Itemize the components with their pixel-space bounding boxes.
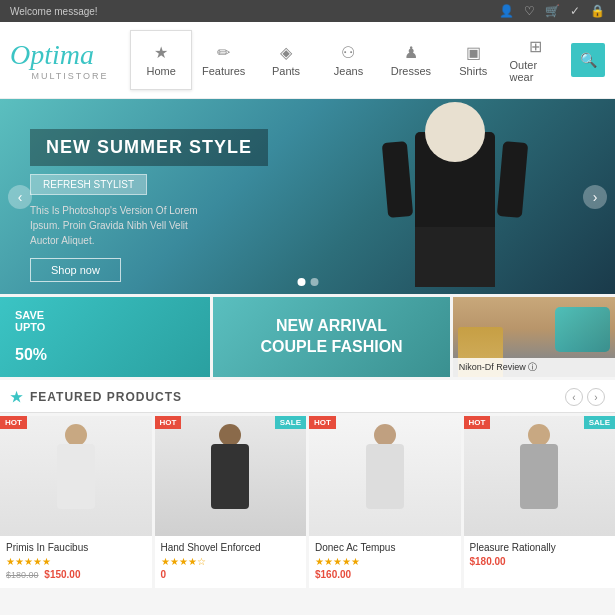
search-icon: 🔍	[580, 52, 597, 68]
product-price-4: $180.00	[470, 556, 610, 567]
welcome-message: Welcome message!	[10, 6, 98, 17]
badge-sale-4: SALE	[584, 416, 615, 429]
hero-slider: NEW SUMMER STYLE REFRESH STYLIST This Is…	[0, 99, 615, 294]
top-bar-icons: 👤 ♡ 🛒 ✓ 🔒	[499, 4, 605, 18]
save-line2: UPTO	[15, 321, 195, 333]
promo-save-banner[interactable]: SAVE UPTO 50%	[0, 297, 210, 377]
product-grid: HOT Primis In Faucibus ★★★★★ $180.00 $15…	[0, 413, 615, 591]
cart-icon[interactable]: 🛒	[545, 4, 560, 18]
product-figure-2	[205, 424, 255, 529]
top-bar: Welcome message! 👤 ♡ 🛒 ✓ 🔒	[0, 0, 615, 22]
new-price-3: $160.00	[315, 569, 351, 580]
refresh-stylist-button[interactable]: REFRESH STYLIST	[30, 174, 147, 195]
featured-next-button[interactable]: ›	[587, 388, 605, 406]
outerwear-icon: ⊞	[529, 37, 542, 56]
jeans-icon: ⚇	[341, 43, 355, 62]
hero-content: NEW SUMMER STYLE REFRESH STYLIST This Is…	[30, 129, 268, 282]
product-info-4: Pleasure Rationally $180.00	[464, 536, 616, 575]
product-info-2: Hand Shovel Enforced ★★★★☆ 0	[155, 536, 307, 588]
wishlist-icon[interactable]: ♡	[524, 4, 535, 18]
promo-couple-banner[interactable]: NEW ARRIVALCOUPLE FASHION	[213, 297, 449, 377]
product-figure-1	[51, 424, 101, 529]
nav-pants[interactable]: ◈ Pants	[255, 30, 317, 90]
product-price-3: $160.00	[315, 569, 455, 580]
product-figure-4	[514, 424, 564, 529]
save-percent: 50%	[15, 333, 195, 365]
lock-icon[interactable]: 🔒	[590, 4, 605, 18]
featured-title: ★ FEATURED PRODUCTS	[10, 389, 182, 405]
search-button[interactable]: 🔍	[571, 43, 605, 77]
badge-hot-3: HOT	[309, 416, 336, 429]
product-stars-3: ★★★★★	[315, 556, 455, 567]
product-figure-3	[360, 424, 410, 529]
product-info-3: Donec Ac Tempus ★★★★★ $160.00	[309, 536, 461, 588]
product-stars-2: ★★★★☆	[161, 556, 301, 567]
logo[interactable]: Optima MULTISTORE	[10, 39, 130, 81]
featured-header: ★ FEATURED PRODUCTS ‹ ›	[0, 380, 615, 413]
slider-dot-2[interactable]	[310, 278, 318, 286]
product-name-4: Pleasure Rationally	[470, 542, 610, 553]
product-card-1: HOT Primis In Faucibus ★★★★★ $180.00 $15…	[0, 416, 152, 588]
slider-next-button[interactable]: ›	[583, 185, 607, 209]
hero-mannequin	[355, 99, 555, 294]
product-name-3: Donec Ac Tempus	[315, 542, 455, 553]
next-arrow-icon: ›	[593, 189, 598, 205]
product-image-3: HOT	[309, 416, 461, 536]
old-price-1: $180.00	[6, 570, 39, 580]
home-icon: ★	[154, 43, 168, 62]
new-price-1: $150.00	[44, 569, 80, 580]
product-image-1: HOT	[0, 416, 152, 536]
featured-nav-arrows: ‹ ›	[565, 388, 605, 406]
product-image-2: SALE HOT	[155, 416, 307, 536]
badge-sale-2: SALE	[275, 416, 306, 429]
prev-arrow-icon: ‹	[18, 189, 23, 205]
nav-jeans-label: Jeans	[334, 65, 363, 77]
user-icon[interactable]: 👤	[499, 4, 514, 18]
header: Optima MULTISTORE ★ Home ✏ Features ◈ Pa…	[0, 22, 615, 99]
product-card-4: HOT SALE Pleasure Rationally $180.00	[464, 416, 616, 588]
product-price-1: $180.00 $150.00	[6, 569, 146, 580]
badge-hot-4: HOT	[464, 416, 491, 429]
product-stars-1: ★★★★★	[6, 556, 146, 567]
nav-shirts-label: Shirts	[459, 65, 487, 77]
logo-text: Optima	[10, 39, 130, 71]
slider-prev-button[interactable]: ‹	[8, 185, 32, 209]
featured-star-icon: ★	[10, 389, 24, 405]
new-price-4: $180.00	[470, 556, 506, 567]
badge-hot-2: HOT	[155, 416, 182, 429]
nav-shirts[interactable]: ▣ Shirts	[442, 30, 504, 90]
save-line1: SAVE	[15, 309, 195, 321]
product-price-2: 0	[161, 569, 301, 580]
promo-nikon-banner[interactable]: Nikon-Df Review ⓘ	[453, 297, 615, 377]
nav-outerwear[interactable]: ⊞ Outer wear	[505, 30, 567, 90]
shop-now-button[interactable]: Shop now	[30, 258, 121, 282]
hero-title: NEW SUMMER STYLE	[46, 137, 252, 157]
promo-row: SAVE UPTO 50% NEW ARRIVALCOUPLE FASHION …	[0, 294, 615, 380]
nav-dresses[interactable]: ♟ Dresses	[380, 30, 442, 90]
logo-subtext: MULTISTORE	[10, 71, 130, 81]
nav-features[interactable]: ✏ Features	[192, 30, 254, 90]
main-nav: ★ Home ✏ Features ◈ Pants ⚇ Jeans ♟ Dres…	[130, 30, 567, 90]
badge-hot-1: HOT	[0, 416, 27, 429]
slider-dots	[297, 278, 318, 286]
check-icon[interactable]: ✓	[570, 4, 580, 18]
couple-text: NEW ARRIVALCOUPLE FASHION	[260, 316, 402, 358]
nav-outerwear-label: Outer wear	[510, 59, 562, 83]
hero-description: This Is Photoshop's Version Of Lorem Ips…	[30, 203, 210, 248]
nav-pants-label: Pants	[272, 65, 300, 77]
nav-jeans[interactable]: ⚇ Jeans	[317, 30, 379, 90]
shirts-icon: ▣	[466, 43, 481, 62]
featured-prev-button[interactable]: ‹	[565, 388, 583, 406]
hero-title-box: NEW SUMMER STYLE	[30, 129, 268, 166]
nav-home[interactable]: ★ Home	[130, 30, 192, 90]
pants-icon: ◈	[280, 43, 292, 62]
product-name-1: Primis In Faucibus	[6, 542, 146, 553]
dresses-icon: ♟	[404, 43, 418, 62]
product-image-4: HOT SALE	[464, 416, 616, 536]
featured-label: FEATURED PRODUCTS	[30, 390, 182, 404]
nav-home-label: Home	[147, 65, 176, 77]
features-icon: ✏	[217, 43, 230, 62]
product-card-3: HOT Donec Ac Tempus ★★★★★ $160.00	[309, 416, 461, 588]
slider-dot-1[interactable]	[297, 278, 305, 286]
nikon-label: Nikon-Df Review ⓘ	[453, 358, 615, 377]
